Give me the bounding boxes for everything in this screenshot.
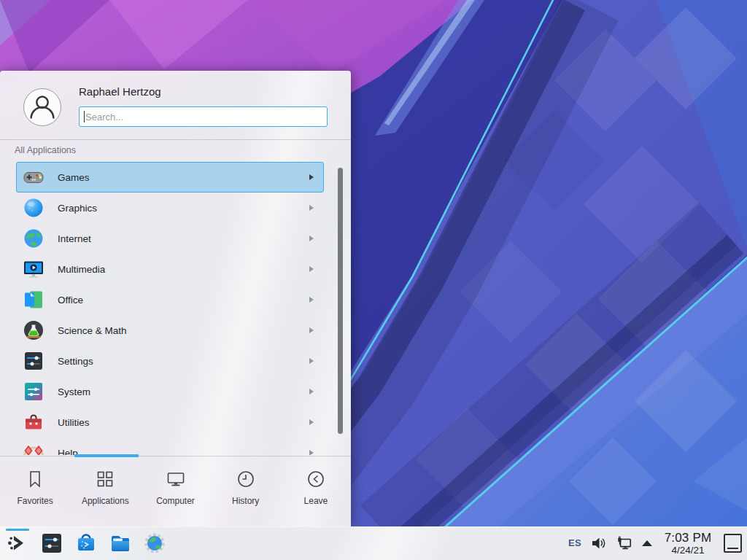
section-label: All Applications <box>15 145 76 155</box>
discover-launcher[interactable] <box>74 532 98 555</box>
category-item-graphics[interactable]: Graphics <box>16 192 324 223</box>
leave-back-icon <box>306 469 326 489</box>
taskbar-panel: ES 7:03 PM 4/24/21 <box>0 526 747 560</box>
category-item-system[interactable]: System <box>16 376 324 407</box>
category-item-settings[interactable]: Settings <box>16 346 324 376</box>
tab-label: Favorites <box>17 496 53 506</box>
grid-icon <box>95 469 115 489</box>
search-input[interactable] <box>80 107 327 126</box>
category-label: System <box>58 386 90 397</box>
launcher-active-indicator <box>6 529 29 531</box>
category-item-games[interactable]: Games <box>16 162 324 192</box>
multimedia-icon <box>22 257 45 281</box>
menu-tab-bar: Favorites Applications Computer <box>0 458 351 526</box>
bookmark-icon <box>25 469 45 489</box>
system-tray: ES 7:03 PM 4/24/21 <box>568 531 747 556</box>
submenu-arrow-icon <box>309 205 314 211</box>
category-item-help[interactable]: Help <box>16 438 324 455</box>
application-category-list: Games Graphics <box>16 162 324 455</box>
tab-label: Computer <box>156 496 195 506</box>
category-label: Multimedia <box>58 264 105 275</box>
tab-favorites[interactable]: Favorites <box>0 458 70 526</box>
science-icon <box>22 319 45 342</box>
menu-header: Raphael Hertzog <box>0 71 351 140</box>
clock-time: 7:03 PM <box>662 531 714 545</box>
clock-date: 4/24/21 <box>662 545 714 556</box>
file-manager-launcher[interactable] <box>109 532 132 555</box>
tab-label: Applications <box>82 496 129 506</box>
category-label: Utilities <box>58 417 90 428</box>
category-label: Internet <box>58 233 91 244</box>
submenu-arrow-icon <box>309 419 314 425</box>
tab-label: History <box>232 496 259 506</box>
tab-leave[interactable]: Leave <box>281 458 351 526</box>
category-label: Graphics <box>58 203 97 214</box>
submenu-arrow-icon <box>309 236 314 241</box>
keyboard-layout-indicator[interactable]: ES <box>568 537 581 548</box>
category-label: Science & Math <box>58 325 127 336</box>
system-settings-launcher[interactable] <box>40 532 63 555</box>
text-cursor <box>84 111 85 122</box>
search-field[interactable] <box>79 106 328 127</box>
submenu-arrow-icon <box>309 297 314 303</box>
submenu-arrow-icon <box>309 327 314 333</box>
games-icon <box>22 166 45 189</box>
footer-divider <box>0 456 351 456</box>
tab-applications[interactable]: Applications <box>70 458 140 526</box>
taskbar-launchers <box>0 532 166 555</box>
tab-history[interactable]: History <box>211 458 281 526</box>
tab-computer[interactable]: Computer <box>140 458 210 526</box>
submenu-arrow-icon <box>309 358 314 364</box>
utilities-icon <box>22 411 45 434</box>
network-icon[interactable] <box>616 535 632 551</box>
application-launcher-button[interactable] <box>6 532 29 555</box>
category-label: Settings <box>58 356 93 367</box>
show-desktop-button[interactable] <box>724 534 742 553</box>
help-icon <box>22 441 45 455</box>
volume-icon[interactable] <box>591 535 607 551</box>
active-tab-indicator <box>74 454 139 457</box>
digital-clock[interactable]: 7:03 PM 4/24/21 <box>662 531 714 556</box>
system-icon <box>22 380 45 403</box>
category-item-science-math[interactable]: Science & Math <box>16 315 324 346</box>
office-icon <box>22 288 45 311</box>
application-launcher-menu: Raphael Hertzog All Applications <box>0 71 351 526</box>
category-item-internet[interactable]: Internet <box>16 223 324 254</box>
graphics-icon <box>22 196 45 219</box>
user-name: Raphael Hertzog <box>79 85 161 98</box>
clock-icon <box>236 469 256 489</box>
submenu-arrow-icon <box>309 450 314 455</box>
list-scrollbar[interactable] <box>338 168 343 434</box>
category-label: Office <box>58 295 83 306</box>
submenu-arrow-icon <box>309 174 314 180</box>
tab-label: Leave <box>304 496 328 506</box>
web-browser-launcher[interactable] <box>143 532 166 555</box>
submenu-arrow-icon <box>309 266 314 272</box>
expand-tray-arrow[interactable] <box>642 540 652 546</box>
category-item-multimedia[interactable]: Multimedia <box>16 254 324 284</box>
internet-icon <box>22 227 45 250</box>
category-item-office[interactable]: Office <box>16 284 324 315</box>
monitor-icon <box>166 469 186 489</box>
category-item-utilities[interactable]: Utilities <box>16 407 324 438</box>
settings-icon <box>22 349 45 373</box>
category-label: Games <box>58 172 90 183</box>
user-avatar[interactable] <box>23 88 61 126</box>
submenu-arrow-icon <box>309 389 314 394</box>
